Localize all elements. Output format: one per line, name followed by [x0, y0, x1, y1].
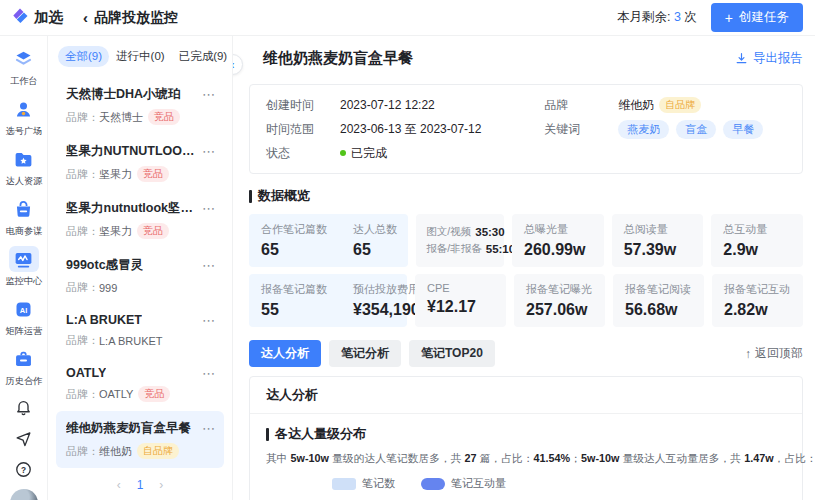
created-value: 2023-07-12 12:22	[340, 98, 435, 112]
brand-value: 维他奶	[618, 97, 654, 114]
analysis-card-title: 达人分析	[250, 377, 802, 414]
stat-card-reported-cost: 报备笔记篇数 55 预估投放费用 ¥354,190	[249, 274, 407, 327]
campaign-item-7[interactable]: 维他奶燕麦奶盲盒早餐 ⋯ 品牌：维他奶自品牌	[56, 411, 224, 468]
campaign-item-title: 维他奶燕麦奶盲盒早餐	[66, 420, 191, 437]
sidebar: 工作台 选号广场 达人资源 电商参谋 监控中心AI 矩阵运营 历史合作	[0, 36, 48, 500]
sidebar-item-3[interactable]: 达人资源	[4, 146, 44, 188]
stat-card-exposure: 总曝光量 260.99w	[512, 214, 604, 267]
more-icon[interactable]: ⋯	[202, 145, 216, 158]
tab-3[interactable]: 笔记TOP20	[409, 340, 495, 367]
prev-page-icon[interactable]: ‹	[117, 478, 121, 492]
stat-card-reads: 总阅读量 57.39w	[612, 214, 704, 267]
campaign-tab-2[interactable]: 进行中(0)	[109, 46, 172, 67]
ecommerce-advisor-icon	[9, 196, 39, 222]
bell-icon[interactable]	[13, 396, 35, 418]
legend-item-1[interactable]: 笔记数	[332, 476, 395, 491]
stat-card-notes-influencers: 合作笔记篇数 65 达人总数 65	[249, 214, 408, 267]
influencer-resources-icon	[9, 146, 39, 172]
legend-item-2[interactable]: 笔记互动量	[421, 476, 506, 491]
sidebar-nav: 工作台 选号广场 达人资源 电商参谋 监控中心AI 矩阵运营 历史合作	[4, 46, 44, 396]
page-title: 品牌投放监控	[94, 9, 178, 27]
back-icon[interactable]: ‹	[83, 10, 88, 25]
campaign-item-1[interactable]: 天然博士DHA小琥珀 ⋯ 品牌：天然博士竞品	[56, 77, 224, 134]
more-icon[interactable]: ⋯	[202, 422, 216, 435]
collapse-panel-button[interactable]: ‹	[233, 54, 243, 75]
campaign-title: 维他奶燕麦奶盲盒早餐	[263, 49, 413, 68]
monthly-quota: 本月剩余: 3 次	[617, 9, 697, 26]
stat-card-ratios: 图文/视频 35:30 报备/非报备 55:10	[416, 214, 504, 267]
campaign-item-2[interactable]: 坚果力NUTNUTLOOK坚果力... ⋯ 品牌：坚果力竞品	[56, 134, 224, 191]
more-icon[interactable]: ⋯	[202, 259, 216, 272]
more-icon[interactable]: ⋯	[202, 314, 216, 327]
campaign-list: 天然博士DHA小琥珀 ⋯ 品牌：天然博士竞品 坚果力NUTNUTLOOK坚果力.…	[56, 77, 224, 468]
own-brand-tag: 自品牌	[659, 97, 701, 113]
more-icon[interactable]: ⋯	[202, 202, 216, 215]
overview-section-title: 数据概览	[249, 187, 803, 205]
logo-text: 加选	[34, 8, 63, 27]
keyword-tag-1: 燕麦奶	[618, 120, 669, 139]
campaign-item-title: OATLY	[66, 366, 106, 380]
more-icon[interactable]: ⋯	[202, 367, 216, 380]
back-to-top-button[interactable]: ↑ 返回顶部	[745, 345, 803, 362]
create-task-button[interactable]: + 创建任务	[711, 3, 803, 32]
history-cooperation-icon	[9, 346, 39, 372]
campaign-panel: 全部(9)进行中(0)已完成(9) 天然博士DHA小琥珀 ⋯ 品牌：天然博士竞品…	[48, 36, 233, 500]
arrow-up-icon: ↑	[745, 347, 751, 361]
sidebar-footer: ?	[10, 396, 38, 500]
stat-card-reported-reads: 报备笔记阅读 56.68w	[613, 274, 704, 327]
campaign-item-5[interactable]: L:A BRUKET ⋯ 品牌：L:A BRUKET	[56, 304, 224, 357]
status-dot-icon	[340, 150, 346, 156]
stat-card-reported-interactions: 报备笔记互动 2.82w	[712, 274, 803, 327]
sidebar-item-5[interactable]: 监控中心	[4, 246, 44, 288]
keywords-label: 关键词	[544, 121, 618, 138]
campaign-tabs: 全部(9)进行中(0)已完成(9)	[56, 46, 224, 77]
campaign-item-6[interactable]: OATLY ⋯ 品牌：OATLY竞品	[56, 357, 224, 411]
workbench-icon	[9, 46, 39, 72]
tab-2[interactable]: 笔记分析	[329, 340, 401, 367]
volume-section-title: 各达人量级分布	[266, 425, 786, 443]
competitor-tag: 竞品	[137, 223, 169, 239]
pagination: ‹ 1 ›	[56, 468, 224, 498]
sidebar-item-7[interactable]: 历史合作	[4, 346, 44, 388]
section-bar-icon	[266, 428, 269, 441]
competitor-tag: 竞品	[137, 166, 169, 182]
stat-card-cpe: CPE ¥12.17	[415, 274, 506, 327]
sidebar-item-4[interactable]: 电商参谋	[4, 196, 44, 238]
campaign-item-4[interactable]: 999otc感冒灵 ⋯ 品牌：999	[56, 248, 224, 304]
selection-plaza-icon	[9, 96, 39, 122]
campaign-item-3[interactable]: 坚果力nutnutlook坚果力 ⋯ 品牌：坚果力竞品	[56, 191, 224, 248]
campaign-item-title: L:A BRUKET	[66, 313, 142, 327]
plus-icon: +	[725, 11, 733, 25]
more-icon[interactable]: ⋯	[202, 88, 216, 101]
chart-legend: 笔记数笔记互动量	[332, 476, 786, 491]
campaign-item-title: 999otc感冒灵	[66, 257, 143, 274]
help-icon[interactable]: ?	[13, 458, 35, 480]
campaign-detail-box: 创建时间 2023-07-12 12:22 时间范围 2023-06-13 至 …	[249, 84, 803, 174]
sidebar-item-2[interactable]: 选号广场	[4, 96, 44, 138]
campaign-tab-3[interactable]: 已完成(9)	[172, 46, 235, 67]
competitor-tag: 竞品	[138, 386, 170, 402]
back-nav[interactable]: ‹ 品牌投放监控	[83, 9, 178, 27]
app-logo[interactable]: 加选	[10, 6, 63, 30]
user-avatar[interactable]	[10, 489, 38, 500]
own-brand-tag: 自品牌	[137, 443, 179, 459]
stat-card-interactions: 总互动量 2.9w	[711, 214, 803, 267]
sidebar-item-6[interactable]: AI 矩阵运营	[4, 296, 44, 338]
logo-icon	[10, 6, 30, 30]
legend-swatch-icon	[421, 478, 445, 490]
main-panel: ‹ 维他奶燕麦奶盲盒早餐 导出报告 创建时间 2023-07-12 12:22 …	[233, 36, 815, 500]
tab-1[interactable]: 达人分析	[249, 340, 321, 367]
monitoring-center-icon	[9, 246, 39, 272]
legend-swatch-icon	[332, 478, 356, 490]
campaign-item-title: 坚果力nutnutlook坚果力	[66, 200, 202, 217]
page-number[interactable]: 1	[137, 478, 144, 492]
section-bar-icon	[249, 190, 252, 203]
next-page-icon[interactable]: ›	[159, 478, 163, 492]
feedback-icon[interactable]	[13, 427, 35, 449]
keyword-tag-3: 早餐	[723, 120, 763, 139]
volume-summary: 其中 5w-10w 量级的达人笔记数居多，共 27 篇，占比：41.54%；5w…	[266, 452, 786, 466]
range-label: 时间范围	[266, 121, 340, 138]
sidebar-item-1[interactable]: 工作台	[9, 46, 39, 88]
campaign-tab-1[interactable]: 全部(9)	[58, 46, 109, 67]
export-report-button[interactable]: 导出报告	[735, 50, 803, 67]
